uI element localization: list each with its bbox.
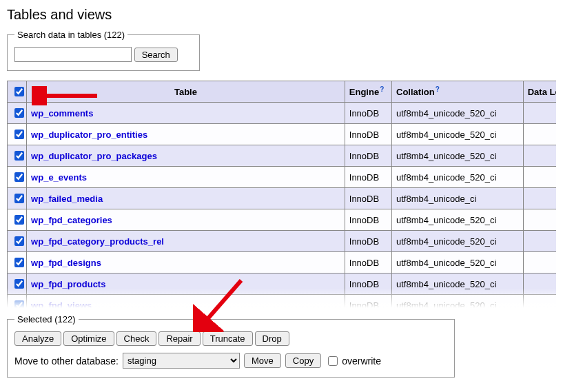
engine-cell: InnoDB bbox=[345, 103, 391, 124]
table-name-link[interactable]: wp_comments bbox=[31, 108, 93, 118]
row-checkbox[interactable] bbox=[14, 130, 24, 139]
tables-list-container: Table Engine? Collation? Data Length wp_… bbox=[7, 81, 556, 311]
data-length-cell bbox=[523, 188, 556, 209]
collation-cell: utf8mb4_unicode_520_ci bbox=[392, 103, 524, 124]
header-data-length[interactable]: Data Length bbox=[523, 81, 556, 103]
collation-cell: utf8mb4_unicode_520_ci bbox=[392, 167, 524, 188]
data-length-cell bbox=[523, 145, 556, 167]
engine-cell: InnoDB bbox=[345, 188, 391, 209]
row-checkbox[interactable] bbox=[14, 194, 24, 203]
row-checkbox[interactable] bbox=[14, 236, 24, 246]
selected-fieldset: Selected (122) AnalyzeOptimizeCheckRepai… bbox=[7, 314, 455, 378]
table-row: wp_fpd_category_products_relInnoDButf8mb… bbox=[8, 231, 557, 252]
target-database-select[interactable]: staging bbox=[123, 353, 240, 369]
header-table[interactable]: Table bbox=[27, 81, 345, 103]
table-name-link[interactable]: wp_duplicator_pro_packages bbox=[31, 151, 157, 161]
engine-cell: InnoDB bbox=[345, 145, 391, 167]
repair-button[interactable]: Repair bbox=[158, 331, 200, 346]
data-length-cell bbox=[523, 252, 556, 274]
table-name-link[interactable]: wp_e_events bbox=[31, 172, 87, 183]
engine-cell: InnoDB bbox=[345, 231, 391, 252]
data-length-cell bbox=[523, 124, 556, 145]
engine-cell: InnoDB bbox=[345, 274, 391, 295]
search-input[interactable] bbox=[14, 47, 132, 62]
collation-cell: utf8mb4_unicode_520_ci bbox=[392, 252, 524, 274]
table-name-link[interactable]: wp_fpd_products bbox=[31, 279, 105, 289]
table-name-link[interactable]: wp_failed_media bbox=[31, 194, 103, 204]
table-row: wp_failed_mediaInnoDButf8mb4_unicode_ci bbox=[8, 188, 557, 209]
row-checkbox[interactable] bbox=[14, 300, 24, 310]
header-check-all[interactable] bbox=[8, 81, 27, 103]
collation-cell: utf8mb4_unicode_ci bbox=[392, 188, 524, 209]
collation-cell: utf8mb4_unicode_520_ci bbox=[392, 274, 524, 295]
tables-grid: Table Engine? Collation? Data Length wp_… bbox=[7, 81, 556, 311]
table-name-link[interactable]: wp_fpd_categories bbox=[31, 215, 112, 225]
check-all-checkbox[interactable] bbox=[14, 87, 24, 96]
move-label: Move to other database: bbox=[14, 355, 119, 367]
table-name-link[interactable]: wp_fpd_category_products_rel bbox=[31, 236, 164, 247]
data-length-cell bbox=[523, 103, 556, 124]
engine-cell: InnoDB bbox=[345, 209, 391, 231]
collation-cell: utf8mb4_unicode_520_ci bbox=[392, 124, 524, 145]
data-length-cell bbox=[523, 167, 556, 188]
engine-cell: InnoDB bbox=[345, 252, 391, 274]
page-title: Tables and views bbox=[7, 7, 556, 23]
search-button[interactable]: Search bbox=[134, 48, 178, 62]
data-length-cell bbox=[523, 274, 556, 295]
data-length-cell bbox=[523, 295, 556, 312]
selected-legend: Selected (122) bbox=[14, 314, 79, 324]
collation-cell: utf8mb4_unicode_520_ci bbox=[392, 145, 524, 167]
collation-cell: utf8mb4_unicode_520_ci bbox=[392, 295, 524, 312]
table-row: wp_fpd_productsInnoDButf8mb4_unicode_520… bbox=[8, 274, 557, 295]
help-icon[interactable]: ? bbox=[380, 85, 384, 93]
table-row: wp_fpd_categoriesInnoDButf8mb4_unicode_5… bbox=[8, 209, 557, 231]
data-length-cell bbox=[523, 209, 556, 231]
table-row: wp_duplicator_pro_packagesInnoDButf8mb4_… bbox=[8, 145, 557, 167]
search-fieldset: Search data in tables (122) Search bbox=[7, 30, 200, 71]
row-checkbox[interactable] bbox=[14, 172, 24, 182]
help-icon[interactable]: ? bbox=[436, 85, 440, 93]
engine-cell: InnoDB bbox=[345, 167, 391, 188]
optimize-button[interactable]: Optimize bbox=[63, 331, 114, 346]
table-name-link[interactable]: wp_fpd_views bbox=[31, 300, 92, 311]
check-button[interactable]: Check bbox=[116, 331, 157, 346]
table-name-link[interactable]: wp_fpd_designs bbox=[31, 258, 101, 268]
copy-button[interactable]: Copy bbox=[285, 353, 321, 368]
header-engine[interactable]: Engine? bbox=[345, 81, 391, 103]
analyze-button[interactable]: Analyze bbox=[14, 331, 61, 346]
search-legend: Search data in tables (122) bbox=[14, 30, 127, 40]
row-checkbox[interactable] bbox=[14, 108, 24, 118]
row-checkbox[interactable] bbox=[14, 151, 24, 161]
data-length-cell bbox=[523, 231, 556, 252]
truncate-button[interactable]: Truncate bbox=[203, 331, 253, 346]
row-checkbox[interactable] bbox=[14, 258, 24, 267]
overwrite-label[interactable]: overwrite bbox=[325, 354, 381, 368]
row-checkbox[interactable] bbox=[14, 279, 24, 289]
table-row: wp_duplicator_pro_entitiesInnoDButf8mb4_… bbox=[8, 124, 557, 145]
header-collation[interactable]: Collation? bbox=[392, 81, 524, 103]
overwrite-checkbox[interactable] bbox=[328, 356, 338, 366]
collation-cell: utf8mb4_unicode_520_ci bbox=[392, 231, 524, 252]
table-row: wp_e_eventsInnoDButf8mb4_unicode_520_ci bbox=[8, 167, 557, 188]
drop-button[interactable]: Drop bbox=[255, 331, 289, 346]
collation-cell: utf8mb4_unicode_520_ci bbox=[392, 209, 524, 231]
row-checkbox[interactable] bbox=[14, 215, 24, 225]
table-row: wp_fpd_designsInnoDButf8mb4_unicode_520_… bbox=[8, 252, 557, 274]
table-row: wp_fpd_viewsInnoDButf8mb4_unicode_520_ci bbox=[8, 295, 557, 312]
engine-cell: InnoDB bbox=[345, 124, 391, 145]
move-button[interactable]: Move bbox=[244, 353, 281, 368]
table-row: wp_commentsInnoDButf8mb4_unicode_520_ci bbox=[8, 103, 557, 124]
engine-cell: InnoDB bbox=[345, 295, 391, 312]
table-name-link[interactable]: wp_duplicator_pro_entities bbox=[31, 130, 147, 140]
